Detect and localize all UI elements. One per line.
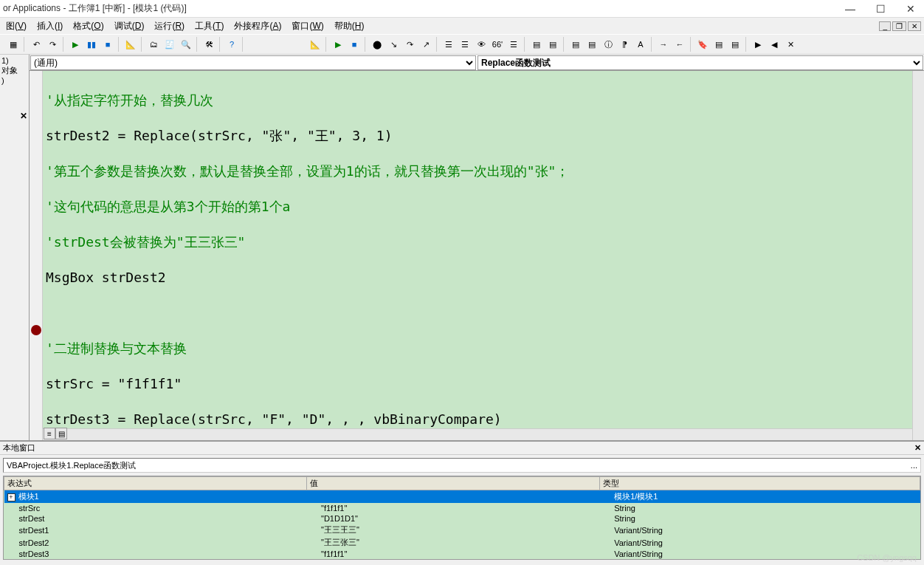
code-line: '从指定字符开始，替换几次 — [46, 92, 213, 108]
locals-window-button[interactable]: ☰ — [441, 37, 456, 52]
locals-context-text: VBAProject.模块1.Replace函数测试 — [7, 460, 136, 471]
mdi-minimize-button[interactable]: _ — [879, 21, 891, 31]
clear-bookmarks-button[interactable]: ✕ — [783, 37, 798, 52]
excel-icon[interactable]: ▦ — [6, 37, 21, 52]
procedure-view-button[interactable]: ≡ — [44, 428, 55, 439]
vertical-scrollbar[interactable] — [912, 71, 924, 440]
code-editor[interactable]: '从指定字符开始，替换几次 strDest2 = Replace(strSrc,… — [30, 71, 924, 440]
locals-row[interactable]: strSrc"f1f1f1"String — [4, 503, 920, 513]
menu-tools[interactable]: 工具(T) — [190, 18, 228, 34]
menu-format[interactable]: 格式(O) — [69, 18, 108, 34]
locals-header: 本地窗口 ✕ — [0, 442, 924, 455]
toggle-breakpoint-button[interactable]: ⬤ — [370, 37, 385, 52]
locals-context: VBAProject.模块1.Replace函数测试 ... — [3, 458, 921, 473]
locals-row[interactable]: +模块1模块1/模块1 — [4, 490, 920, 504]
code-content[interactable]: '从指定字符开始，替换几次 strDest2 = Replace(strSrc,… — [30, 71, 924, 440]
full-module-view-button[interactable]: ▤ — [55, 428, 67, 439]
project-tree[interactable]: 1) 对象 ) — [0, 55, 29, 86]
step-into-button[interactable]: ↘ — [386, 37, 401, 52]
tb2-run-button[interactable]: ▶ — [331, 37, 345, 52]
next-bookmark-button[interactable]: ▶ — [751, 37, 765, 52]
bookmark-button[interactable]: 🔖 — [695, 37, 710, 52]
procedure-dropdown[interactable]: Replace函数测试 — [477, 55, 923, 70]
breakpoint-icon[interactable] — [31, 325, 41, 335]
object-dropdown[interactable]: (通用) — [30, 55, 476, 70]
mdi-close-button[interactable]: ✕ — [908, 21, 921, 31]
code-line: '第五个参数是替换次数，默认是替换全部，设置为1的话，就只替换第一次出现的"张"… — [46, 163, 569, 179]
list-properties-button[interactable]: ▤ — [568, 37, 583, 52]
code-dropdowns: (通用) Replace函数测试 — [30, 55, 924, 71]
locals-row[interactable]: strDest"D1D1D1"String — [4, 513, 920, 524]
list-constants-button[interactable]: ▤ — [585, 37, 599, 52]
design-mode-button[interactable]: 📐 — [123, 37, 138, 52]
tb3-icon[interactable]: ▤ — [529, 37, 544, 52]
tree-item[interactable]: 1) — [1, 56, 27, 65]
menu-view[interactable]: 图(V) — [1, 18, 31, 34]
tree-item[interactable]: ) — [1, 76, 27, 85]
menu-insert[interactable]: 插入(I) — [32, 18, 67, 34]
col-type[interactable]: 类型 — [599, 477, 920, 490]
menu-help[interactable]: 帮助(H) — [330, 18, 369, 34]
quick-info-button[interactable]: ⓘ — [601, 37, 616, 52]
locals-close-button[interactable]: ✕ — [914, 443, 921, 453]
redo-button[interactable]: ↷ — [45, 37, 60, 52]
expand-icon[interactable]: + — [7, 493, 15, 501]
locals-row[interactable]: strDest3"f1f1f1"Variant/String — [4, 549, 920, 559]
object-browser-button[interactable]: 🔍 — [179, 37, 193, 52]
title-bar: or Applications - 工作簿1 [中断] - [模块1 (代码)]… — [0, 0, 924, 18]
code-line: MsgBox strDest2 — [46, 270, 166, 285]
prev-bookmark-button[interactable]: ◀ — [767, 37, 782, 52]
comment-block-button[interactable]: ▤ — [711, 37, 726, 52]
tb3-icon2[interactable]: ▤ — [545, 37, 560, 52]
toolbar: ▦ ↶ ↷ ▶ ▮▮ ■ 📐 🗂 🧾 🔍 🛠 ? 📐 ▶ ■ ⬤ ↘ ↷ ↗ ☰… — [0, 34, 924, 55]
properties-button[interactable]: 🧾 — [162, 37, 177, 52]
run-button[interactable]: ▶ — [68, 37, 83, 52]
locals-row[interactable]: strDest2"王三张三"Variant/String — [4, 536, 920, 549]
help-button[interactable]: ? — [224, 37, 239, 52]
mdi-controls: _ ❐ ✕ — [879, 21, 921, 31]
parameter-info-button[interactable]: ⁋ — [617, 37, 632, 52]
locals-row[interactable]: strDest1"王三王三"Variant/String — [4, 524, 920, 536]
stop-button[interactable]: ■ — [100, 37, 115, 52]
immediate-window-button[interactable]: ☰ — [458, 37, 472, 52]
menu-debug[interactable]: 调试(D) — [110, 18, 149, 34]
code-line: '二进制替换与文本替换 — [46, 340, 187, 356]
window-controls: — ☐ ✕ — [839, 3, 921, 15]
call-stack-button[interactable]: ☰ — [506, 37, 521, 52]
horizontal-scrollbar[interactable] — [43, 428, 912, 440]
maximize-button[interactable]: ☐ — [870, 3, 892, 15]
menu-addins[interactable]: 外接程序(A) — [230, 18, 286, 34]
menu-window[interactable]: 窗口(W) — [287, 18, 328, 34]
context-dropdown-button[interactable]: ... — [911, 461, 917, 470]
project-explorer-button[interactable]: 🗂 — [146, 37, 161, 52]
tb2-icon[interactable]: 📐 — [308, 37, 323, 52]
uncomment-block-button[interactable]: ▤ — [728, 37, 742, 52]
gutter[interactable] — [30, 71, 43, 440]
locals-title: 本地窗口 — [3, 442, 35, 453]
quick-watch-button[interactable]: 66' — [490, 37, 505, 52]
code-area: (通用) Replace函数测试 '从指定字符开始，替换几次 strDest2 … — [30, 55, 924, 440]
code-line: strSrc = "f1f1f1" — [46, 376, 182, 391]
locals-panel: 本地窗口 ✕ VBAProject.模块1.Replace函数测试 ... 表达… — [0, 440, 924, 560]
close-button[interactable]: ✕ — [900, 3, 921, 15]
mdi-restore-button[interactable]: ❐ — [892, 21, 906, 31]
watermark: CSDN @yngsqq — [857, 553, 917, 562]
outdent-button[interactable]: ← — [672, 37, 687, 52]
panel-close-icon[interactable]: ✕ — [20, 111, 27, 121]
tb2-stop-button[interactable]: ■ — [347, 37, 362, 52]
pause-button[interactable]: ▮▮ — [84, 37, 99, 52]
minimize-button[interactable]: — — [839, 3, 861, 15]
col-value[interactable]: 值 — [306, 477, 599, 490]
view-mode-buttons: ≡ ▤ — [44, 428, 67, 439]
tree-item[interactable]: 对象 — [1, 65, 27, 76]
undo-button[interactable]: ↶ — [29, 37, 44, 52]
col-expression[interactable]: 表达式 — [4, 477, 307, 490]
locals-table: 表达式 值 类型 +模块1模块1/模块1strSrc"f1f1f1"String… — [3, 476, 921, 560]
complete-word-button[interactable]: A — [633, 37, 648, 52]
watch-window-button[interactable]: 👁 — [474, 37, 489, 52]
toolbox-button[interactable]: 🛠 — [201, 37, 216, 52]
step-out-button[interactable]: ↗ — [418, 37, 433, 52]
menu-run[interactable]: 运行(R) — [150, 18, 189, 34]
indent-button[interactable]: → — [656, 37, 671, 52]
step-over-button[interactable]: ↷ — [402, 37, 417, 52]
